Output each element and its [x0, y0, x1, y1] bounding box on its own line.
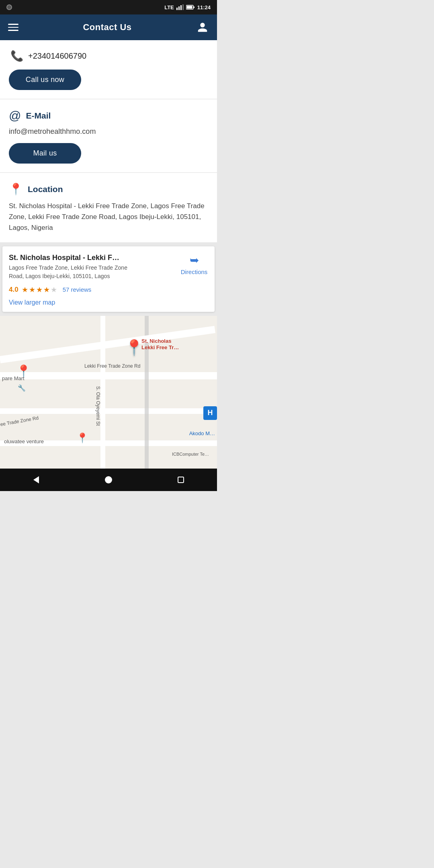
mail-us-button[interactable]: Mail us — [9, 143, 81, 164]
reviews-link[interactable]: 57 reviews — [63, 286, 92, 293]
location-address-text: St. Nicholas Hospital - Lekki Free Trade… — [9, 201, 208, 233]
star-4: ★ — [43, 285, 50, 294]
rating-number: 4.0 — [9, 286, 18, 294]
directions-button[interactable]: ➥ Directions — [180, 254, 208, 275]
recent-apps-button[interactable] — [169, 472, 193, 488]
svg-rect-6 — [186, 6, 192, 9]
computer-label: ICBComputer Te… — [172, 452, 209, 457]
home-icon — [104, 475, 113, 484]
star-rating: ★ ★ ★ ★ ★ — [22, 285, 57, 294]
svg-rect-2 — [180, 5, 182, 10]
star-5: ★ — [51, 285, 57, 294]
phone-number-text: +234014606790 — [28, 51, 86, 61]
bottom-navigation — [0, 469, 217, 491]
rating-row: 4.0 ★ ★ ★ ★ ★ 57 reviews — [9, 285, 208, 294]
email-section-label: E-Mail — [26, 111, 51, 121]
svg-rect-0 — [176, 8, 178, 10]
phone-number-row: 📞 +234014606790 — [10, 50, 208, 62]
road-v-1 — [100, 316, 105, 469]
svg-rect-1 — [178, 6, 180, 10]
shop-label: pare Mart — [2, 375, 25, 381]
road-h-1 — [0, 372, 217, 379]
map-place-address: Lagos Free Trade Zone, Lekki Free Trade … — [9, 264, 129, 280]
map-background: Lekki Free Trade Zone Rd S. Ola Oyeyemi … — [0, 316, 217, 469]
location-section: 📍 Location St. Nicholas Hospital - Lekki… — [0, 173, 217, 242]
view-larger-map-link[interactable]: View larger map — [9, 299, 55, 306]
svg-rect-9 — [178, 477, 184, 483]
main-content-card: 📞 +234014606790 Call us now @ E-Mail inf… — [0, 40, 217, 242]
star-1: ★ — [22, 285, 28, 294]
road-label-lekki: Lekki Free Trade Zone Rd — [84, 363, 140, 369]
map-place-title: St. Nicholas Hospital - Lekki F… — [9, 254, 129, 262]
status-right: LTE 11:24 — [164, 4, 211, 10]
home-button[interactable] — [96, 472, 121, 488]
svg-rect-3 — [182, 4, 184, 10]
battery-icon — [186, 4, 195, 10]
hospital-red-pin: 📍 — [125, 340, 143, 355]
email-header: @ E-Mail — [9, 109, 208, 123]
road-h-2 — [0, 408, 217, 414]
directions-label: Directions — [181, 268, 208, 275]
svg-marker-7 — [33, 476, 39, 483]
back-icon — [32, 475, 41, 484]
location-pin-icon: 📍 — [9, 182, 23, 196]
akodo-label: Akodo M… — [189, 430, 215, 436]
signal-label: LTE — [164, 4, 174, 10]
status-bar: LTE 11:24 — [0, 0, 217, 14]
venture-label: oluwatee venture — [4, 438, 44, 444]
map-info-top: St. Nicholas Hospital - Lekki F… Lagos F… — [9, 254, 208, 280]
status-left — [6, 4, 12, 10]
email-address-text: info@metrohealthhmo.com — [9, 127, 208, 136]
road-diagonal — [0, 326, 215, 363]
menu-button[interactable] — [8, 24, 18, 31]
email-section: @ E-Mail info@metrohealthhmo.com Mail us — [0, 99, 217, 173]
map-area: Lekki Free Trade Zone Rd S. Ola Oyeyemi … — [0, 316, 217, 469]
nav-bar: Contact Us — [0, 14, 217, 40]
star-3: ★ — [36, 285, 43, 294]
time-label: 11:24 — [197, 4, 211, 10]
phone-icon: 📞 — [10, 50, 23, 62]
map-info-card: St. Nicholas Hospital - Lekki F… Lagos F… — [2, 246, 215, 312]
hospital-h-icon: H — [203, 406, 217, 420]
location-header: 📍 Location — [9, 182, 208, 196]
trade-zone-road-label: ee Trade Zone Rd — [0, 415, 39, 427]
hospital-red-label: St. NicholasLekki Free Tr… — [141, 338, 179, 352]
call-us-now-button[interactable]: Call us now — [9, 70, 81, 90]
road-label-oyeyemi: S. Ola Oyeyemi St — [95, 386, 101, 426]
svg-rect-5 — [193, 6, 194, 8]
gray-pin-2: 📍 — [76, 432, 88, 444]
hospital-pin-name: St. NicholasLekki Free Tr… — [141, 338, 179, 351]
map-info-details: St. Nicholas Hospital - Lekki F… Lagos F… — [9, 254, 129, 280]
email-icon: @ — [9, 109, 21, 123]
recent-apps-icon — [177, 476, 185, 484]
signal-icon — [176, 4, 184, 10]
page-title: Contact Us — [83, 22, 131, 33]
svg-point-8 — [105, 476, 112, 483]
wrench-icon: 🔧 — [18, 384, 26, 392]
camera-dot — [6, 4, 12, 10]
directions-arrow-icon: ➥ — [190, 254, 199, 267]
star-2: ★ — [29, 285, 35, 294]
user-profile-button[interactable] — [196, 21, 209, 34]
location-section-label: Location — [28, 184, 63, 194]
back-button[interactable] — [24, 472, 48, 488]
phone-section: 📞 +234014606790 Call us now — [0, 40, 217, 99]
